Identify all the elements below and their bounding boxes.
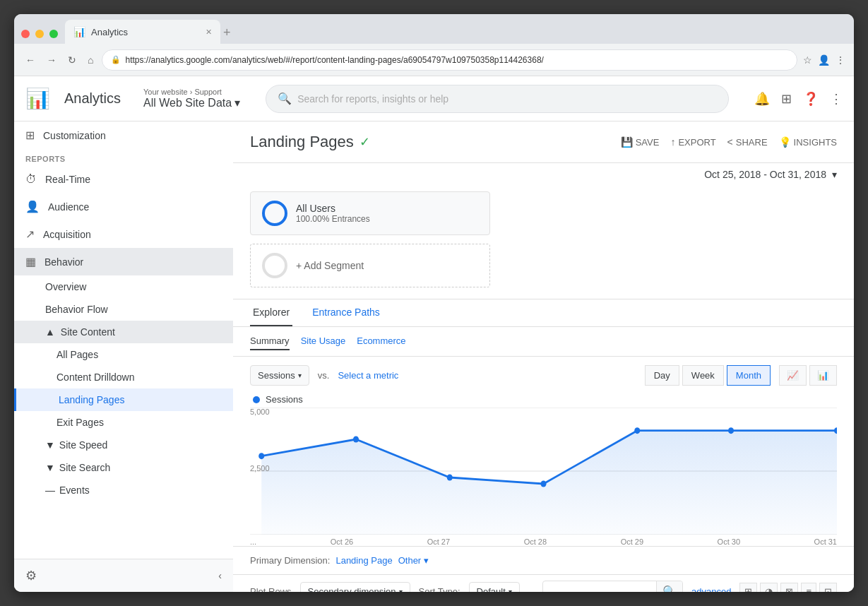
url-bar[interactable]: 🔒 https://analytics.google.com/analytics… (102, 49, 797, 71)
metric-label: Sessions (258, 370, 295, 381)
add-segment-label: + Add Segment (296, 260, 364, 271)
chart-container: 5,000 2,500 (250, 408, 837, 535)
term-cloud-button[interactable]: ⊡ (819, 583, 837, 592)
tab-explorer[interactable]: Explorer (250, 299, 292, 326)
sub-tab-ecommerce[interactable]: Ecommerce (357, 333, 405, 350)
primary-dimension: Primary Dimension: Landing Page Other ▾ (233, 546, 854, 574)
time-controls: Day Week Month (645, 365, 771, 386)
advanced-link[interactable]: advanced (691, 586, 731, 592)
customization-icon: ⊞ (25, 129, 35, 142)
sidebar-item-landing-pages[interactable]: Landing Pages (14, 388, 233, 411)
landing-page-dim-link[interactable]: Landing Page (335, 555, 392, 566)
table-search-box[interactable]: 🔍 (542, 581, 683, 592)
sidebar-item-overview[interactable]: Overview (14, 275, 233, 298)
sidebar-item-site-speed[interactable]: ▼ Site Speed (14, 434, 233, 456)
bar-chart-button[interactable]: 📊 (809, 365, 837, 386)
sidebar-item-events[interactable]: — Events (14, 479, 233, 501)
maximize-dot[interactable] (49, 30, 58, 38)
apps-icon[interactable]: ⊞ (781, 91, 792, 107)
comparison-button[interactable]: ≡ (801, 583, 816, 592)
minimize-dot[interactable] (35, 30, 44, 38)
settings-icon[interactable]: ⚙ (25, 568, 37, 583)
other-dropdown-icon: ▾ (424, 555, 429, 566)
window-controls (21, 30, 58, 38)
export-button[interactable]: ↑ EXPORT (670, 136, 715, 148)
insights-button[interactable]: 💡 INSIGHTS (779, 136, 837, 148)
active-tab[interactable]: 📊 Analytics ✕ (65, 20, 220, 44)
table-view-button[interactable]: ⊞ (739, 583, 757, 592)
select-metric-link[interactable]: Select a metric (338, 370, 398, 381)
x-label-0: ... (250, 537, 256, 546)
profile-button[interactable]: 👤 (818, 54, 830, 66)
line-chart-button[interactable]: 📈 (779, 365, 807, 386)
acquisition-label: Acquisition (43, 229, 91, 240)
behavior-flow-label: Behavior Flow (45, 304, 108, 315)
date-range-selector[interactable]: Oct 25, 2018 - Oct 31, 2018 ▾ (704, 169, 837, 180)
sidebar-item-behavior-flow[interactable]: Behavior Flow (14, 298, 233, 321)
other-dimension-dropdown[interactable]: Other ▾ (398, 555, 429, 566)
sub-tabs: Summary Site Usage Ecommerce (233, 327, 854, 357)
sidebar-item-realtime[interactable]: ⏱ Real-Time (14, 166, 233, 193)
sidebar-item-behavior[interactable]: ▦ Behavior (14, 248, 233, 275)
sidebar-item-site-search[interactable]: ▼ Site Search (14, 456, 233, 479)
table-search-input[interactable] (543, 583, 656, 592)
chart-area: Sessions 5,000 2,500 (233, 394, 854, 546)
sidebar-item-content-drilldown[interactable]: Content Drilldown (14, 366, 233, 388)
sidebar-item-all-pages[interactable]: All Pages (14, 343, 233, 366)
browser-menu-button[interactable]: ⋮ (836, 54, 845, 66)
sort-arrow-icon: ▾ (509, 588, 512, 592)
save-button[interactable]: 💾 SAVE (621, 136, 660, 148)
legend-dot (253, 396, 260, 403)
back-button[interactable]: ← (23, 52, 38, 69)
table-search-button[interactable]: 🔍 (656, 581, 682, 592)
svg-point-3 (258, 453, 264, 459)
tab-entrance-paths[interactable]: Entrance Paths (309, 299, 383, 326)
report-title-area: Landing Pages ✓ (250, 133, 370, 151)
sub-tab-summary[interactable]: Summary (250, 333, 290, 350)
pie-chart-button[interactable]: ◕ (760, 583, 778, 592)
vs-label: vs. (318, 370, 330, 381)
sidebar-item-customization[interactable]: ⊞ Customization (14, 121, 233, 149)
new-tab-button[interactable]: + (223, 25, 231, 40)
home-button[interactable]: ⌂ (85, 52, 96, 69)
sub-tab-site-usage[interactable]: Site Usage (301, 333, 346, 350)
sidebar-footer: ⚙ ‹ (14, 559, 233, 592)
bookmark-button[interactable]: ☆ (803, 54, 812, 66)
audience-label: Audience (48, 201, 89, 213)
segment-donut (262, 201, 287, 226)
add-segment-button[interactable]: + Add Segment (250, 244, 490, 287)
behavior-icon: ▦ (25, 255, 36, 268)
collapse-sidebar-button[interactable]: ‹ (218, 570, 222, 581)
tab-title: Analytics (91, 27, 128, 37)
sidebar-item-exit-pages[interactable]: Exit Pages (14, 411, 233, 434)
notifications-icon[interactable]: 🔔 (754, 91, 770, 107)
secondary-dimension-dropdown[interactable]: Secondary dimension ▾ (300, 582, 410, 592)
pivot-button[interactable]: ⊠ (780, 583, 798, 592)
ga-logo: 📊 (25, 87, 50, 110)
search-bar[interactable]: 🔍 Search for reports, insights or help (266, 85, 729, 113)
svg-point-5 (447, 475, 453, 481)
sort-type-dropdown[interactable]: Default ▾ (469, 582, 520, 592)
forward-button[interactable]: → (44, 52, 59, 69)
share-button[interactable]: < SHARE (727, 136, 768, 148)
help-icon[interactable]: ❓ (803, 91, 819, 107)
day-button[interactable]: Day (645, 365, 679, 386)
plot-rows-label: Plot Rows (250, 586, 292, 592)
x-axis-labels: ... Oct 26 Oct 27 Oct 28 Oct 29 Oct 30 O… (250, 535, 837, 546)
tab-close-button[interactable]: ✕ (206, 28, 212, 37)
sidebar-item-site-content[interactable]: ▲ Site Content (14, 321, 233, 343)
primary-dim-label: Primary Dimension: (250, 555, 330, 566)
sidebar-item-acquisition[interactable]: ↗ Acquisition (14, 220, 233, 248)
sidebar-scroll: ⊞ Customization REPORTS ⏱ Real-Time 👤 Au… (14, 121, 233, 592)
account-menu-icon[interactable]: ⋮ (830, 91, 843, 107)
reload-button[interactable]: ↻ (65, 52, 79, 69)
metric-selector[interactable]: Sessions ▾ (250, 365, 309, 386)
close-dot[interactable] (21, 30, 30, 38)
site-search-label: Site Search (59, 462, 110, 473)
add-segment-icon (262, 253, 287, 278)
sidebar-item-audience[interactable]: 👤 Audience (14, 193, 233, 220)
month-button[interactable]: Month (727, 365, 771, 386)
week-button[interactable]: Week (682, 365, 724, 386)
report-area: Landing Pages ✓ 💾 SAVE ↑ EXPORT (233, 121, 854, 592)
account-name-dropdown[interactable]: All Web Site Data ▾ (143, 96, 240, 109)
